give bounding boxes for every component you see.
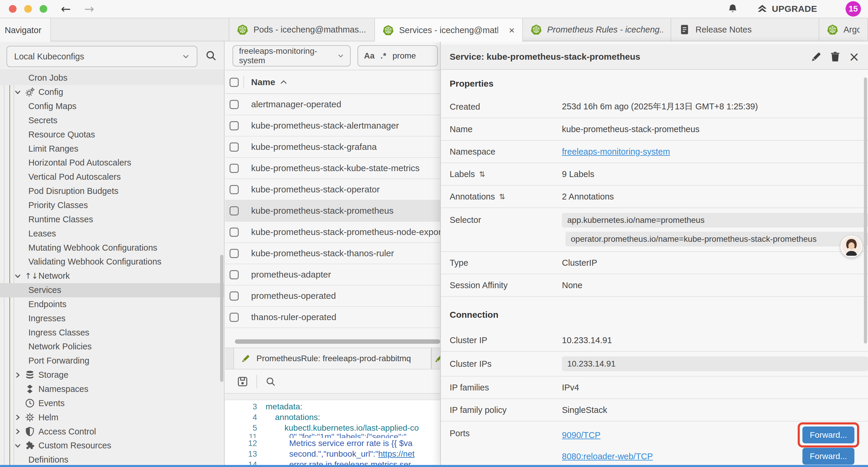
- edit-button[interactable]: [811, 51, 822, 62]
- port-link[interactable]: 8080:reloader-web/TCP: [562, 451, 653, 461]
- tab-services-icecheng-math[interactable]: Services - icecheng@math...×: [375, 18, 523, 42]
- row-checkbox[interactable]: [229, 291, 239, 300]
- tab-pods-icecheng-mathmas[interactable]: Pods - icecheng@mathmas...: [229, 18, 375, 41]
- table-row-alertmanager-operated[interactable]: alertmanager-operated: [225, 94, 440, 115]
- table-row-kube-prometheus-stack-operator[interactable]: kube-prometheus-stack-operator: [225, 179, 440, 200]
- forward-button[interactable]: Forward...: [802, 427, 855, 443]
- row-checkbox[interactable]: [229, 249, 239, 258]
- editor-search-icon[interactable]: [265, 376, 276, 387]
- row-checkbox[interactable]: [229, 228, 239, 237]
- chevron-down-icon[interactable]: [13, 442, 22, 450]
- avatar[interactable]: [840, 236, 862, 258]
- sidebar-item-pod-disruption-budgets[interactable]: Pod Disruption Budgets: [0, 184, 224, 198]
- sidebar-item-horizontal-pod-autoscalers[interactable]: Horizontal Pod Autoscalers: [0, 156, 224, 170]
- search-icon[interactable]: [205, 50, 217, 61]
- row-checkbox[interactable]: [229, 313, 239, 322]
- row-checkbox[interactable]: [229, 270, 239, 279]
- editor-tab-partial[interactable]: [431, 348, 440, 369]
- table-row-kube-prometheus-stack-kube-state-metrics[interactable]: kube-prometheus-stack-kube-state-metrics: [225, 158, 440, 179]
- namespace-link[interactable]: freeleaps-monitoring-system: [562, 147, 670, 156]
- sidebar-item-custom-resources[interactable]: Custom Resources: [0, 439, 224, 453]
- forward-button[interactable]: Forward...: [802, 448, 855, 465]
- list-search-input[interactable]: Aa .* prome: [358, 45, 438, 66]
- sidebar-item-endpoints[interactable]: Endpoints: [0, 297, 224, 312]
- table-row-kube-prometheus-stack-alertmanager[interactable]: kube-prometheus-stack-alertmanager: [225, 115, 440, 137]
- row-checkbox[interactable]: [229, 185, 239, 194]
- sort-updown-icon[interactable]: ⇅: [499, 193, 505, 201]
- table-row-thanos-ruler-operated[interactable]: thanos-ruler-operated: [225, 307, 440, 328]
- close-window-button[interactable]: [9, 5, 17, 13]
- sidebar-item-mutating-webhook-configurations[interactable]: Mutating Webhook Configurations: [0, 241, 224, 255]
- table-row-kube-prometheus-stack-grafana[interactable]: kube-prometheus-stack-grafana: [225, 137, 440, 158]
- tab-prometheus-rules-icecheng[interactable]: Prometheus Rules - icecheng...: [523, 18, 671, 41]
- row-checkbox[interactable]: [229, 121, 239, 130]
- row-checkbox[interactable]: [229, 100, 239, 109]
- row-checkbox[interactable]: [229, 143, 239, 152]
- chevron-right-icon[interactable]: [13, 371, 22, 379]
- chevron-down-icon[interactable]: [13, 88, 22, 96]
- detail-scrollbar[interactable]: [864, 78, 867, 344]
- close-icon[interactable]: ×: [848, 51, 860, 62]
- sidebar-item-config-maps[interactable]: Config Maps: [0, 99, 224, 114]
- tab-navigator[interactable]: Navigator: [0, 18, 51, 42]
- bell-icon[interactable]: [727, 4, 738, 14]
- delete-button[interactable]: [830, 51, 841, 62]
- sidebar-item-namespaces[interactable]: Namespaces: [0, 382, 224, 396]
- sidebar-item-resource-quotas[interactable]: Resource Quotas: [0, 127, 224, 142]
- back-button[interactable]: ←: [61, 3, 71, 15]
- table-row-prometheus-operated[interactable]: prometheus-operated: [225, 286, 440, 307]
- table-row-kube-prometheus-stack-prometheus-node-exporter[interactable]: kube-prometheus-stack-prometheus-node-ex…: [225, 222, 440, 243]
- sidebar-item-access-control[interactable]: Access Control: [0, 425, 224, 439]
- sidebar-item-priority-classes[interactable]: Priority Classes: [0, 198, 224, 212]
- notification-count-badge[interactable]: 15: [845, 1, 861, 17]
- sidebar-item-cron-jobs[interactable]: Cron Jobs: [0, 71, 224, 85]
- port-link[interactable]: 9090/TCP: [562, 430, 601, 440]
- namespace-select[interactable]: freeleaps-monitoring-system: [232, 45, 351, 66]
- sort-updown-icon[interactable]: ⇅: [479, 170, 485, 178]
- table-row-kube-prometheus-stack-prometheus[interactable]: kube-prometheus-stack-prometheus: [225, 200, 440, 222]
- yaml-editor[interactable]: 3metadata:4annotations:5kubectl.kubernet…: [225, 400, 440, 467]
- sidebar-item-secrets[interactable]: Secrets: [0, 114, 224, 128]
- sidebar-item-validating-webhook-configurations[interactable]: Validating Webhook Configurations: [0, 255, 224, 269]
- save-icon[interactable]: [237, 376, 248, 387]
- sidebar-item-services[interactable]: Services: [0, 283, 224, 297]
- table-row-prometheus-adapter[interactable]: prometheus-adapter: [225, 264, 440, 286]
- row-checkbox[interactable]: [229, 164, 239, 173]
- chevron-down-icon[interactable]: [13, 272, 22, 280]
- sidebar-item-vertical-pod-autoscalers[interactable]: Vertical Pod Autoscalers: [0, 170, 224, 184]
- kubeconfig-select[interactable]: Local Kubeconfigs: [6, 46, 197, 67]
- column-header-name[interactable]: Name: [251, 77, 275, 87]
- minimize-window-button[interactable]: [24, 5, 32, 13]
- sidebar-item-config[interactable]: Config: [0, 85, 224, 99]
- chevron-right-icon[interactable]: [13, 428, 22, 436]
- sidebar-item-network[interactable]: ↑↓Network: [0, 269, 224, 283]
- tab-argo-se[interactable]: Argo Se: [819, 18, 868, 41]
- chevron-right-icon[interactable]: [13, 413, 22, 421]
- forward-button[interactable]: →: [85, 3, 95, 15]
- sidebar-item-storage[interactable]: Storage: [0, 368, 224, 382]
- sidebar-item-network-policies[interactable]: Network Policies: [0, 340, 224, 354]
- property-label-text: IP families: [450, 383, 489, 392]
- code-link[interactable]: https://net: [378, 449, 414, 459]
- row-checkbox[interactable]: [229, 206, 239, 215]
- navigator-scrollbar[interactable]: [220, 255, 223, 382]
- sidebar-item-helm[interactable]: Helm: [0, 410, 224, 425]
- match-case-toggle[interactable]: Aa: [364, 51, 375, 61]
- close-icon[interactable]: ×: [509, 25, 515, 35]
- upgrade-button[interactable]: UPGRADE: [757, 4, 817, 14]
- table-row-kube-prometheus-stack-thanos-ruler[interactable]: kube-prometheus-stack-thanos-ruler: [225, 243, 440, 264]
- sidebar-item-events[interactable]: Events: [0, 396, 224, 410]
- sidebar-item-runtime-classes[interactable]: Runtime Classes: [0, 212, 224, 226]
- list-horizontal-scrollbar[interactable]: [235, 339, 440, 344]
- zoom-window-button[interactable]: [39, 5, 47, 13]
- select-all-checkbox[interactable]: [229, 78, 239, 87]
- sort-asc-icon[interactable]: [280, 80, 287, 85]
- sidebar-item-ingresses[interactable]: Ingresses: [0, 311, 224, 325]
- regex-toggle[interactable]: .*: [380, 51, 387, 61]
- tab-release-notes[interactable]: Release Notes: [671, 18, 819, 41]
- sidebar-item-limit-ranges[interactable]: Limit Ranges: [0, 142, 224, 156]
- sidebar-item-ingress-classes[interactable]: Ingress Classes: [0, 325, 224, 340]
- sidebar-item-leases[interactable]: Leases: [0, 226, 224, 241]
- editor-tab-prometheusrule[interactable]: PrometheusRule: freeleaps-prod-rabbitmq: [234, 348, 431, 369]
- sidebar-item-port-forwarding[interactable]: Port Forwarding: [0, 354, 224, 368]
